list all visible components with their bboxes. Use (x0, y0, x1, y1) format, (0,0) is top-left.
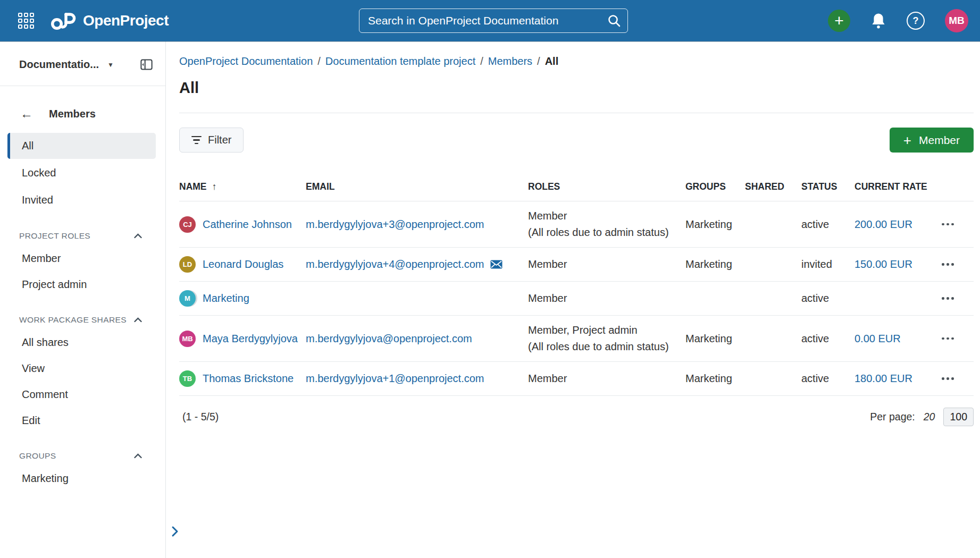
column-header-groups[interactable]: GROUPS (685, 177, 745, 201)
back-arrow-icon[interactable]: ← (20, 107, 33, 120)
avatar: TB (179, 370, 196, 387)
section-title: WORK PACKAGE SHARES (19, 315, 127, 325)
filter-button-label: Filter (208, 134, 231, 146)
avatar: LD (179, 256, 196, 273)
member-shared (745, 316, 801, 362)
member-filters: All Locked Invited (0, 133, 165, 213)
member-groups (685, 282, 745, 316)
column-header-status[interactable]: STATUS (801, 177, 855, 201)
sidebar-item-all-shares[interactable]: All shares (7, 330, 156, 355)
section-project-roles: PROJECT ROLES Member Project admin (0, 231, 165, 297)
member-email-link[interactable]: m.berdygylyjova+4@openproject.com (306, 258, 484, 270)
user-avatar[interactable]: MB (945, 9, 968, 32)
page-title: All (179, 79, 974, 97)
breadcrumb-current: All (545, 55, 559, 67)
breadcrumb-separator: / (537, 55, 540, 67)
sidebar-item-locked[interactable]: Locked (7, 160, 156, 186)
column-header-roles[interactable]: ROLES (528, 177, 685, 201)
sidebar-item-all[interactable]: All (7, 133, 156, 159)
table-row: TB Thomas Brickstone m.berdygylyjova+1@o… (179, 362, 974, 396)
bell-icon (870, 12, 886, 29)
member-name-link[interactable]: Leonard Douglas (203, 258, 283, 270)
row-actions-button[interactable] (941, 334, 955, 343)
row-actions-button[interactable] (941, 260, 955, 269)
group-avatar: M (179, 290, 196, 307)
per-page-label: Per page: (870, 411, 915, 423)
mail-invitation-icon (490, 260, 502, 269)
help-button[interactable]: ? (907, 12, 925, 30)
sidebar-item-edit[interactable]: Edit (7, 408, 156, 433)
top-navigation-bar: OpenProject + ? MB (0, 0, 980, 41)
sidebar-item-member[interactable]: Member (7, 246, 156, 271)
sidebar-resize-handle[interactable] (168, 524, 181, 540)
chevron-up-icon (134, 317, 142, 323)
avatar: MB (179, 331, 196, 347)
quick-add-button[interactable]: + (828, 10, 850, 32)
breadcrumb-separator: / (480, 55, 483, 67)
sidebar-menu-title: Members (49, 108, 96, 120)
sidebar-item-invited[interactable]: Invited (7, 187, 156, 213)
sidebar-item-marketing[interactable]: Marketing (7, 466, 156, 491)
sidebar-item-comment[interactable]: Comment (7, 382, 156, 407)
caret-down-icon[interactable]: ▼ (107, 61, 114, 69)
search-icon[interactable] (607, 13, 622, 28)
notifications-button[interactable] (870, 12, 886, 29)
column-header-shared[interactable]: SHARED (745, 177, 801, 201)
member-name-link[interactable]: Thomas Brickstone (203, 373, 294, 385)
breadcrumb-link-members[interactable]: Members (488, 55, 532, 67)
member-rate-link[interactable]: 200.00 EUR (855, 218, 912, 230)
member-email-link[interactable]: m.berdygylyjova@openproject.com (306, 333, 472, 345)
table-header-row: NAME↑ EMAIL ROLES GROUPS SHARED STATUS C… (179, 177, 974, 201)
member-rate-link[interactable]: 0.00 EUR (855, 333, 901, 344)
collapse-sidebar-button[interactable] (139, 57, 154, 72)
column-header-current-rate[interactable]: CURRENT RATE (855, 177, 941, 201)
member-status: active (801, 316, 855, 362)
breadcrumb-link-template-project[interactable]: Documentation template project (325, 55, 475, 67)
section-work-package-shares-toggle[interactable]: WORK PACKAGE SHARES (0, 315, 165, 325)
filter-button[interactable]: Filter (179, 128, 244, 153)
toolbar-divider (179, 113, 974, 113)
member-name-link[interactable]: Marketing (203, 292, 249, 305)
openproject-logo[interactable]: OpenProject (50, 11, 169, 30)
breadcrumb: OpenProject Documentation / Documentatio… (179, 55, 974, 67)
app-grid-menu-icon[interactable] (18, 13, 34, 29)
per-page-option-100[interactable]: 100 (943, 408, 974, 426)
chevron-up-icon (134, 233, 142, 239)
member-email-link[interactable]: m.berdygylyjova+3@openproject.com (306, 218, 484, 231)
openproject-logo-icon (50, 11, 77, 30)
table-row: CJ Catherine Johnson m.berdygylyjova+3@o… (179, 201, 974, 248)
sidebar-divider (0, 86, 165, 86)
add-member-button-label: Member (919, 134, 960, 147)
section-groups-toggle[interactable]: GROUPS (0, 451, 165, 461)
breadcrumb-link-project[interactable]: OpenProject Documentation (179, 55, 313, 67)
member-email-link[interactable]: m.berdygylyjova+1@openproject.com (306, 373, 484, 385)
row-actions-button[interactable] (941, 374, 955, 383)
breadcrumb-separator: / (317, 55, 321, 67)
row-actions-button[interactable] (941, 294, 955, 303)
member-rate (855, 282, 941, 316)
member-email (306, 282, 528, 316)
row-actions-button[interactable] (941, 220, 955, 229)
logo-text: OpenProject (83, 12, 169, 29)
members-table: NAME↑ EMAIL ROLES GROUPS SHARED STATUS C… (179, 177, 974, 396)
member-status: active (801, 282, 855, 316)
project-selector[interactable]: Documentatio... (19, 58, 99, 71)
search-input[interactable] (359, 9, 628, 33)
column-header-name[interactable]: NAME↑ (179, 177, 306, 201)
table-row: LD Leonard Douglas m.berdygylyjova+4@ope… (179, 248, 974, 282)
member-name-link[interactable]: Maya Berdygylyjova (203, 333, 298, 345)
section-project-roles-toggle[interactable]: PROJECT ROLES (0, 231, 165, 241)
column-header-email[interactable]: EMAIL (306, 177, 528, 201)
add-member-button[interactable]: + Member (890, 128, 974, 153)
member-groups: Marketing (685, 316, 745, 362)
sidebar-item-project-admin[interactable]: Project admin (7, 272, 156, 297)
member-roles-note: (All roles due to admin status) (528, 226, 681, 239)
member-name-link[interactable]: Catherine Johnson (203, 218, 292, 231)
member-rate-link[interactable]: 150.00 EUR (855, 258, 912, 270)
question-icon: ? (913, 15, 919, 27)
avatar: CJ (179, 216, 196, 233)
member-rate-link[interactable]: 180.00 EUR (855, 373, 912, 384)
member-shared (745, 248, 801, 282)
sidebar-item-view[interactable]: View (7, 356, 156, 381)
member-groups: Marketing (685, 248, 745, 282)
